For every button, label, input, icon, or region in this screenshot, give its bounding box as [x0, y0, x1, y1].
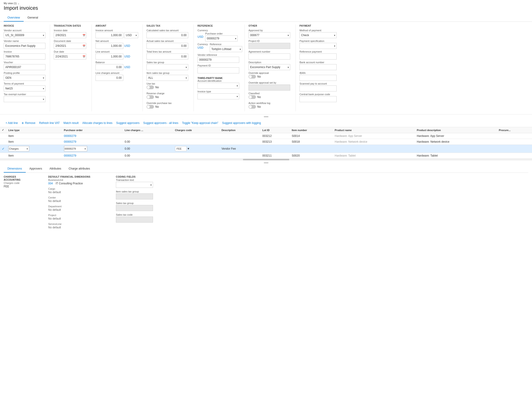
- line-type-select[interactable]: Charges: [8, 146, 29, 151]
- row-lot-id[interactable]: 003212: [260, 133, 290, 139]
- voucher-input[interactable]: [4, 64, 45, 70]
- calc-tax-input[interactable]: [147, 32, 188, 38]
- myview-breadcrumb[interactable]: My view (1) ⌄: [4, 2, 528, 5]
- row-purchase-order[interactable]: 00000279: [62, 139, 123, 145]
- row-product-desc[interactable]: Hardware: Network device: [415, 139, 497, 145]
- row-product-name[interactable]: Hardware: App Server: [333, 133, 415, 139]
- terms-payment-select[interactable]: Net15: [4, 85, 45, 92]
- description-select[interactable]: Exconomics Part Supply: [248, 64, 290, 70]
- row-line-charges[interactable]: [123, 133, 173, 139]
- row-product-name[interactable]: Hardware: Network device: [333, 139, 415, 145]
- posting-profile-select[interactable]: GEN: [4, 75, 45, 81]
- override-set-input[interactable]: [248, 85, 290, 91]
- row-check[interactable]: [0, 133, 6, 139]
- ref-payment-input[interactable]: [300, 53, 337, 60]
- item-sales-tax-select[interactable]: ALL: [147, 75, 188, 81]
- invoice-currency-select[interactable]: USD: [124, 32, 138, 38]
- agreement-number-input[interactable]: [248, 53, 290, 60]
- tab-approvers[interactable]: Approvers: [26, 165, 46, 172]
- scanned-pay-input[interactable]: [300, 85, 337, 92]
- table-row[interactable]: Item 00000279 003212 S0014 Hardware: App…: [0, 133, 532, 139]
- row-item-number[interactable]: [290, 145, 333, 153]
- tax-exempt-select[interactable]: [4, 96, 45, 102]
- row-charges-code[interactable]: ▼: [173, 145, 220, 153]
- grid-scrollbar[interactable]: [0, 159, 532, 160]
- net-currency-link[interactable]: USD: [124, 44, 130, 48]
- row-procure[interactable]: [497, 145, 532, 153]
- row-lot-id[interactable]: [260, 145, 290, 153]
- suggest-approvers-button[interactable]: Suggest approvers: [114, 120, 141, 126]
- ref-currency-value[interactable]: USD: [197, 35, 203, 39]
- table-row[interactable]: Item 00000279 0.00 003211 S0020 Hardware…: [0, 153, 532, 159]
- row-product-name[interactable]: Hardware: Tablet: [333, 153, 415, 159]
- central-bank-input[interactable]: [300, 96, 337, 102]
- row-product-desc[interactable]: Hardware: App Server: [415, 133, 497, 139]
- row-product-name[interactable]: [333, 145, 415, 153]
- override-approval-toggle[interactable]: [248, 75, 256, 79]
- account-id-select[interactable]: [197, 83, 239, 89]
- toggle-approval-button[interactable]: Toggle "Keep approval chain": [180, 120, 220, 126]
- charges-po-select[interactable]: 00000279: [64, 146, 87, 151]
- row-charges-code[interactable]: [173, 139, 220, 145]
- row-description[interactable]: [219, 133, 260, 139]
- override-purchase-toggle[interactable]: [147, 105, 154, 109]
- sales-tax-code-coding-input[interactable]: [116, 217, 153, 223]
- row-purchase-order[interactable]: 00000279: [62, 145, 123, 153]
- due-date-input[interactable]: [54, 53, 86, 60]
- charges-code-dropdown-icon[interactable]: ▼: [187, 147, 190, 150]
- row-line-type[interactable]: Item: [6, 139, 62, 145]
- line-currency-link[interactable]: USD: [124, 55, 130, 58]
- balance-input[interactable]: [95, 64, 123, 70]
- row-line-charges[interactable]: 0.00: [123, 139, 173, 145]
- invoice-amount-input[interactable]: [95, 32, 123, 38]
- invoice-input[interactable]: [4, 53, 45, 60]
- iban-input[interactable]: [300, 75, 337, 81]
- business-unit-value[interactable]: 004: [48, 182, 53, 185]
- resize-handle[interactable]: [264, 116, 268, 117]
- tab-general[interactable]: General: [24, 14, 42, 22]
- total-lines-input[interactable]: [147, 53, 188, 60]
- balance-currency-link[interactable]: USD: [124, 65, 130, 69]
- row-procure[interactable]: [497, 139, 532, 145]
- actual-tax-input[interactable]: [147, 43, 188, 49]
- invoice-type-select[interactable]: [197, 93, 239, 99]
- scrollbar-thumb[interactable]: [243, 159, 289, 160]
- row-check[interactable]: [0, 139, 6, 145]
- net-amount-input[interactable]: [95, 43, 123, 49]
- tab-dimensions[interactable]: Dimensions: [4, 165, 26, 172]
- refresh-vat-button[interactable]: Refresh line VAT: [37, 120, 62, 126]
- reference-select[interactable]: Torbjörn Löfstad: [210, 46, 242, 52]
- payment-id-input[interactable]: [197, 67, 239, 73]
- row-description[interactable]: [219, 153, 260, 159]
- row-description[interactable]: [219, 139, 260, 145]
- add-line-button[interactable]: + Add line: [4, 120, 20, 126]
- vendor-account-select[interactable]: US_SI_000009: [4, 32, 45, 38]
- vendor-name-input[interactable]: [4, 43, 45, 49]
- sales-tax-group-select[interactable]: [147, 64, 188, 70]
- row-lot-id[interactable]: 003211: [260, 153, 290, 159]
- vendor-ref-input[interactable]: [197, 57, 239, 63]
- row-line-type[interactable]: Charges: [6, 145, 62, 153]
- purchase-order-link[interactable]: 00000279: [64, 154, 76, 157]
- remove-button[interactable]: 🗎 Remove: [20, 120, 37, 126]
- row-product-desc[interactable]: Hardware: Tablet: [415, 153, 497, 159]
- document-date-input[interactable]: [54, 43, 86, 49]
- table-row[interactable]: Item 00000279 0.00 003213 S0018 Hardware…: [0, 139, 532, 145]
- bottom-resize-handle[interactable]: [264, 162, 268, 163]
- suggest-logging-button[interactable]: Suggest approvers with logging: [220, 120, 263, 126]
- row-procure[interactable]: [497, 153, 532, 159]
- purchase-order-select[interactable]: 00000279: [205, 35, 238, 41]
- tab-charge-attributes[interactable]: Charge attributes: [65, 165, 94, 172]
- reverse-charge-toggle[interactable]: [147, 95, 154, 99]
- line-charges-input[interactable]: [95, 75, 123, 81]
- sales-tax-group-coding-input[interactable]: [116, 205, 153, 211]
- purchase-order-link[interactable]: 00000279: [64, 140, 76, 143]
- use-tax-toggle[interactable]: [147, 85, 154, 89]
- row-check[interactable]: ✓: [0, 145, 6, 153]
- row-charges-code[interactable]: [173, 133, 220, 139]
- charges-code-input[interactable]: [175, 146, 187, 151]
- row-charges-code[interactable]: [173, 153, 220, 159]
- action-workflow-toggle[interactable]: [248, 105, 256, 109]
- row-item-number[interactable]: S0018: [290, 139, 333, 145]
- table-row[interactable]: ✓ Charges 00000279 0.00 ▼: [0, 145, 532, 153]
